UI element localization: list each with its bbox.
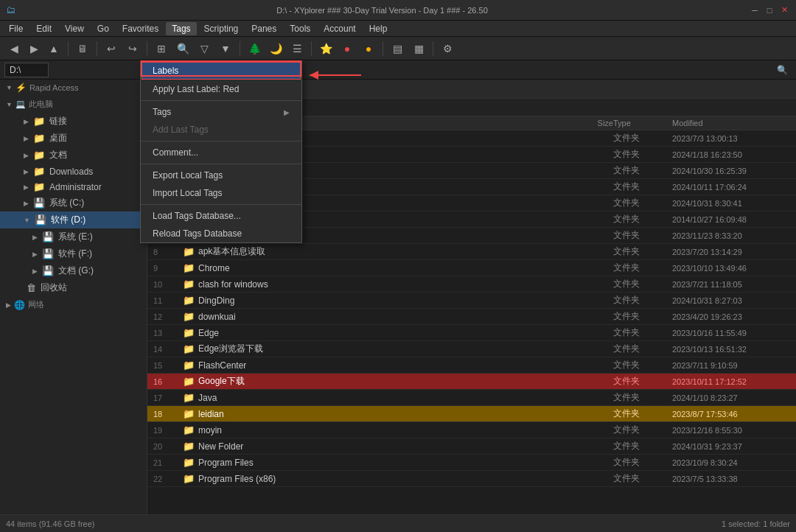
folder-button[interactable]: 🖥	[73, 39, 92, 58]
links-label: 链接	[49, 115, 141, 127]
file-row[interactable]: 10 📁clash for windows 文件夹 2023/7/21 11:1…	[147, 276, 796, 293]
file-type: 文件夹	[613, 375, 672, 388]
ball2-button[interactable]: ●	[359, 39, 378, 58]
sidebar-item-administrator[interactable]: ▶ 📁 Administrator	[0, 179, 147, 195]
menu-favorites[interactable]: Favorites	[116, 22, 164, 35]
sidebar-rapid-access-header[interactable]: ▼ ⚡ Rapid Access	[0, 80, 147, 96]
dropdown-reload-db[interactable]: Reload Tags Database	[141, 225, 301, 242]
address-input[interactable]	[4, 63, 49, 77]
chevron-down-icon-2: ▼	[6, 101, 13, 108]
file-row[interactable]: 11 📁DingDing 文件夹 2024/10/31 8:27:03	[147, 293, 796, 309]
col-modified[interactable]: Modified	[672, 119, 790, 127]
undo-button[interactable]: ↩	[102, 39, 121, 58]
file-name: Program Files (x86)	[198, 474, 276, 484]
file-row-edge[interactable]: 13 📁Edge 文件夹 2023/10/16 11:55:49	[147, 325, 796, 341]
file-type: 文件夹	[613, 424, 672, 436]
tree-button[interactable]: 🌲	[245, 39, 264, 58]
network-icon: 🌐	[14, 300, 25, 310]
menu-tools[interactable]: Tools	[284, 22, 316, 35]
sidebar-item-system-c[interactable]: ▶ 💾 系统 (C:)	[0, 195, 147, 211]
sort-button[interactable]: ▼	[216, 39, 235, 58]
status-right: 1 selected: 1 folder	[722, 519, 790, 528]
col-type[interactable]: Type	[613, 119, 672, 127]
sidebar-item-documents[interactable]: ▶ 📁 文档	[0, 147, 147, 164]
details-button[interactable]: ☰	[287, 39, 307, 58]
dropdown-labels[interactable]: Labels	[142, 62, 301, 80]
file-type: 文件夹	[613, 262, 672, 274]
view1-button[interactable]: ▤	[388, 39, 407, 58]
sidebar-item-system-e[interactable]: ▶ 💾 系统 (E:)	[0, 228, 147, 245]
row-num: 15	[153, 361, 183, 370]
menu-bar: File Edit View Go Favorites Tags Scripti…	[0, 21, 796, 37]
back-button[interactable]: ◀	[4, 39, 24, 58]
settings-button[interactable]: ⚙	[438, 39, 457, 58]
file-row[interactable]: 8 📁apk基本信息读取 文件夹 2023/7/20 13:14:29	[147, 244, 796, 260]
col-size[interactable]: Size	[554, 119, 613, 127]
sidebar-item-recycle[interactable]: 🗑 回收站	[0, 279, 147, 296]
chevron-right-icon-4: ▶	[24, 168, 29, 175]
file-row-chrome[interactable]: 9 📁Chrome 文件夹 2023/10/10 13:49:46	[147, 260, 796, 276]
export-local-label: Export Local Tags	[153, 170, 223, 181]
star-button[interactable]: ⭐	[316, 39, 335, 58]
main-layout: ▼ ⚡ Rapid Access ▼ 💻 此电脑 ▶ 📁 链接 ▶ 📁 桌面 ▶…	[0, 80, 796, 514]
ball1-button[interactable]: ●	[338, 39, 357, 58]
file-modified: 2023/8/7 17:53:46	[672, 410, 790, 419]
file-row[interactable]: 19 📁moyin 文件夹 2023/12/16 8:55:30	[147, 422, 796, 438]
night-button[interactable]: 🌙	[266, 39, 285, 58]
rapid-access-label: Rapid Access	[29, 83, 79, 92]
sidebar-item-software-d[interactable]: ▼ 💾 软件 (D:)	[0, 211, 147, 228]
restore-button[interactable]: □	[764, 4, 775, 16]
file-row[interactable]: 12 📁downkuai 文件夹 2023/4/20 19:26:23	[147, 309, 796, 325]
file-row[interactable]: 17 📁Java 文件夹 2024/1/10 8:23:27	[147, 390, 796, 406]
folder-icon: 📁	[33, 116, 45, 127]
file-row[interactable]: 20 📁New Folder 文件夹 2024/10/31 9:23:37	[147, 438, 796, 455]
file-row-leidian[interactable]: 18 📁leidian 文件夹 2023/8/7 17:53:46	[147, 406, 796, 422]
close-button[interactable]: ✕	[778, 4, 790, 16]
dropdown-tags[interactable]: Tags ▶	[141, 103, 301, 121]
sidebar-item-links[interactable]: ▶ 📁 链接	[0, 113, 147, 130]
redo-button[interactable]: ↪	[123, 39, 142, 58]
dropdown-comment[interactable]: Comment...	[141, 144, 301, 161]
toolbar-sep-2	[97, 41, 97, 56]
file-row[interactable]: 21 📁Program Files 文件夹 2023/10/9 8:30:24	[147, 455, 796, 471]
layout-button[interactable]: ⊞	[152, 39, 171, 58]
sidebar-item-desktop[interactable]: ▶ 📁 桌面	[0, 130, 147, 147]
menu-tags[interactable]: Tags	[166, 22, 196, 35]
file-row[interactable]: 15 📁FlashCenter 文件夹 2023/7/11 9:10:59	[147, 357, 796, 374]
menu-go[interactable]: Go	[91, 22, 115, 35]
menu-account[interactable]: Account	[318, 22, 361, 35]
dropdown-apply-last[interactable]: Apply Last Label: Red	[141, 80, 301, 98]
sidebar-item-software-f[interactable]: ▶ 💾 软件 (F:)	[0, 245, 147, 262]
minimize-button[interactable]: ─	[749, 4, 761, 16]
filter-button[interactable]: ▽	[195, 39, 214, 58]
dropdown-load-db[interactable]: Load Tags Database...	[141, 207, 301, 225]
forward-button[interactable]: ▶	[24, 39, 43, 58]
dropdown-export-local[interactable]: Export Local Tags	[141, 167, 301, 184]
row-num: 21	[153, 458, 183, 467]
file-name: Google下载	[198, 375, 245, 388]
documents-label: 文档	[49, 149, 141, 161]
file-type: 文件夹	[613, 164, 672, 177]
file-modified: 2024/10/31 8:30:41	[672, 199, 790, 208]
menu-scripting[interactable]: Scripting	[198, 22, 245, 35]
sidebar-this-pc-header[interactable]: ▼ 💻 此电脑	[0, 96, 147, 113]
toolbar-sep-6	[383, 41, 383, 56]
menu-panes[interactable]: Panes	[245, 22, 282, 35]
drive-icon-3: 💾	[42, 231, 54, 242]
view2-button[interactable]: ▦	[409, 39, 428, 58]
search-button[interactable]: 🔍	[173, 39, 192, 58]
sidebar-item-downloads[interactable]: ▶ 📁 Downloads	[0, 164, 147, 179]
sidebar-item-documents-g[interactable]: ▶ 💾 文档 (G:)	[0, 262, 147, 279]
menu-edit[interactable]: Edit	[30, 22, 57, 35]
menu-view[interactable]: View	[59, 22, 90, 35]
dropdown-import-local[interactable]: Import Local Tags	[141, 184, 301, 202]
folder-icon: 📁	[183, 473, 195, 484]
file-row-google[interactable]: 16 📁Google下载 文件夹 2023/10/11 17:12:52	[147, 374, 796, 390]
menu-file[interactable]: File	[3, 22, 29, 35]
up-button[interactable]: ▲	[44, 39, 63, 58]
file-row[interactable]: 22 📁Program Files (x86) 文件夹 2023/7/5 13:…	[147, 471, 796, 487]
menu-help[interactable]: Help	[363, 22, 394, 35]
file-row[interactable]: 14 📁Edge浏览器下载 文件夹 2023/10/13 16:51:32	[147, 341, 796, 357]
sidebar-network-header[interactable]: ▶ 🌐 网络	[0, 296, 147, 313]
import-local-label: Import Local Tags	[153, 188, 223, 198]
